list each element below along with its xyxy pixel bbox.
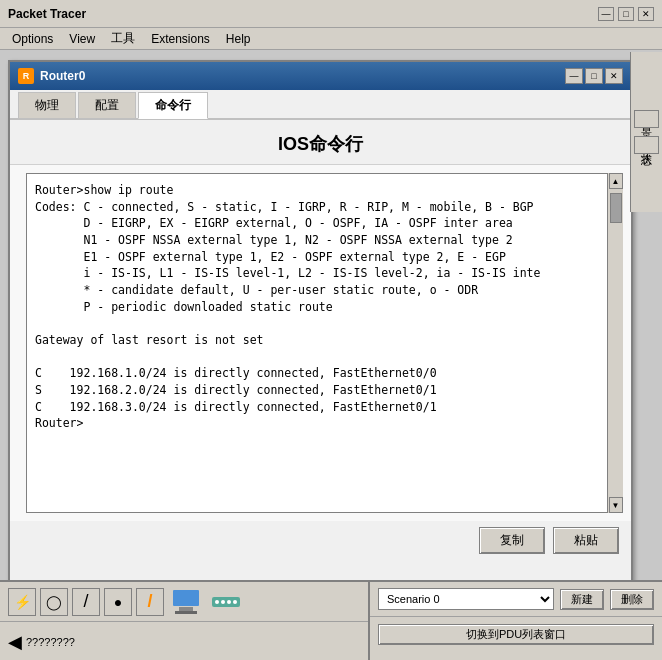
toolbar-right: Scenario 0 新建 删除 切换到PDU列表窗口 <box>370 582 662 660</box>
title-bar-controls: — □ ✕ <box>598 7 654 21</box>
menu-bar: Options View 工具 Extensions Help <box>0 28 662 50</box>
app-minimize-button[interactable]: — <box>598 7 614 21</box>
scrollbar-thumb[interactable] <box>610 193 622 223</box>
tab-config[interactable]: 配置 <box>78 92 136 118</box>
scrollbar-up-button[interactable]: ▲ <box>609 173 623 189</box>
menu-help[interactable]: Help <box>218 30 259 48</box>
router-window: R Router0 — □ ✕ 物理 配置 命令行 IOS命令行 Router>… <box>8 60 633 585</box>
app-close-button[interactable]: ✕ <box>638 7 654 21</box>
svg-rect-0 <box>173 590 199 606</box>
svg-point-6 <box>227 600 231 604</box>
terminal-container: Router>show ip route Codes: C - connecte… <box>18 173 623 513</box>
router-close-button[interactable]: ✕ <box>605 68 623 84</box>
scrollbar[interactable]: ▲ ▼ <box>607 173 623 513</box>
router-icon: R <box>18 68 34 84</box>
toolbar-label-area: ◀ ???????? <box>0 622 368 660</box>
scenario-select[interactable]: Scenario 0 <box>378 588 554 610</box>
menu-options[interactable]: Options <box>4 30 61 48</box>
toolbar-icon-pc[interactable] <box>168 587 204 617</box>
router-controls: — □ ✕ <box>565 68 623 84</box>
toolbar-icons-row: ⚡ ◯ / ● / <box>0 582 368 622</box>
new-scenario-button[interactable]: 新建 <box>560 589 604 610</box>
terminal-text: Router>show ip route Codes: C - connecte… <box>35 182 588 432</box>
menu-extensions[interactable]: Extensions <box>143 30 218 48</box>
tab-cli[interactable]: 命令行 <box>138 92 208 119</box>
ios-title: IOS命令行 <box>10 120 631 165</box>
question-marks-label: ???????? <box>26 636 75 648</box>
scrollbar-down-button[interactable]: ▼ <box>609 497 623 513</box>
toolbar-icon-switch[interactable] <box>208 587 244 617</box>
toolbar-icon-slash[interactable]: / <box>136 588 164 616</box>
toolbar-icon-line[interactable]: / <box>72 588 100 616</box>
svg-point-5 <box>221 600 225 604</box>
toolbar-icon-lightning[interactable]: ⚡ <box>8 588 36 616</box>
toolbar-icon-circle[interactable]: ◯ <box>40 588 68 616</box>
tab-bar: 物理 配置 命令行 <box>10 90 631 120</box>
title-bar: Packet Tracer — □ ✕ <box>0 0 662 28</box>
scenario-row: Scenario 0 新建 删除 <box>370 582 662 617</box>
bottom-toolbar: ⚡ ◯ / ● / <box>0 580 662 660</box>
content-area: IOS命令行 Router>show ip route Codes: C - c… <box>10 120 631 560</box>
workspace: R Router0 — □ ✕ 物理 配置 命令行 IOS命令行 Router>… <box>0 50 662 660</box>
svg-point-4 <box>215 600 219 604</box>
router-maximize-button[interactable]: □ <box>585 68 603 84</box>
router-title-bar: R Router0 — □ ✕ <box>10 62 631 90</box>
right-panel: 景 状态 <box>630 52 662 212</box>
menu-tools[interactable]: 工具 <box>103 28 143 49</box>
delete-scenario-button[interactable]: 删除 <box>610 589 654 610</box>
menu-view[interactable]: View <box>61 30 103 48</box>
svg-rect-1 <box>179 607 193 611</box>
toolbar-icon-dot[interactable]: ● <box>104 588 132 616</box>
nav-arrow-left[interactable]: ◀ <box>8 631 22 653</box>
right-panel-btn2[interactable]: 状态 <box>634 136 659 154</box>
right-panel-btn1[interactable]: 景 <box>634 110 659 128</box>
app-maximize-button[interactable]: □ <box>618 7 634 21</box>
pdu-list-button[interactable]: 切换到PDU列表窗口 <box>378 624 654 645</box>
router-minimize-button[interactable]: — <box>565 68 583 84</box>
buttons-area: 复制 粘贴 <box>10 521 631 560</box>
copy-button[interactable]: 复制 <box>479 527 545 554</box>
router-title: Router0 <box>40 69 565 83</box>
svg-point-7 <box>233 600 237 604</box>
terminal-area[interactable]: Router>show ip route Codes: C - connecte… <box>26 173 615 513</box>
svg-rect-2 <box>175 611 197 614</box>
tab-physics[interactable]: 物理 <box>18 92 76 118</box>
toolbar-left: ⚡ ◯ / ● / <box>0 582 370 660</box>
action-row: 切换到PDU列表窗口 <box>370 617 662 652</box>
paste-button[interactable]: 粘贴 <box>553 527 619 554</box>
app-title: Packet Tracer <box>8 7 86 21</box>
